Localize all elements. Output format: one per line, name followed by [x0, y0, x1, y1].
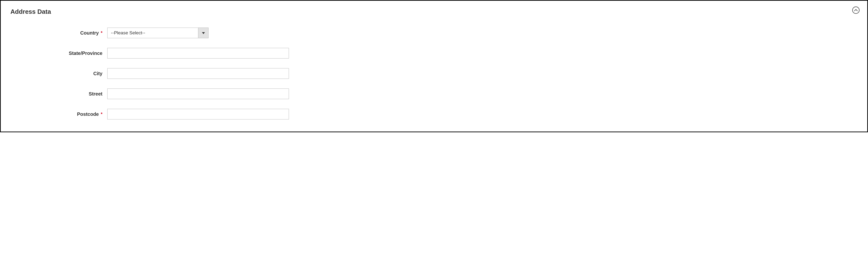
triangle-down-icon	[202, 31, 205, 35]
city-label: City	[93, 71, 102, 76]
collapse-toggle-button[interactable]	[852, 6, 860, 14]
postcode-row: Postcode *	[10, 109, 858, 119]
postcode-label: Postcode	[77, 111, 99, 117]
control-col	[107, 68, 289, 79]
label-col: State/Province	[10, 50, 107, 56]
form-body: Country * --Please Select--	[10, 28, 858, 119]
street-label: Street	[89, 91, 102, 97]
control-col	[107, 89, 289, 99]
control-col: --Please Select--	[107, 28, 209, 38]
label-col: City	[10, 71, 107, 76]
postcode-input[interactable]	[107, 109, 289, 119]
chevron-up-icon	[854, 8, 858, 12]
state-input[interactable]	[107, 48, 289, 59]
required-mark: *	[101, 31, 102, 36]
label-col: Country *	[10, 30, 107, 36]
panel-header: Address Data	[10, 8, 858, 15]
control-col	[107, 48, 289, 59]
address-data-panel: Address Data Country * --Please Select--	[0, 0, 868, 132]
state-label: State/Province	[69, 50, 102, 56]
control-col	[107, 109, 289, 119]
country-row: Country * --Please Select--	[10, 28, 858, 38]
panel-title: Address Data	[10, 8, 51, 15]
street-row: Street	[10, 89, 858, 99]
required-mark: *	[101, 112, 102, 117]
country-label: Country	[80, 30, 99, 36]
state-row: State/Province	[10, 48, 858, 59]
label-col: Postcode *	[10, 111, 107, 117]
label-col: Street	[10, 91, 107, 97]
city-input[interactable]	[107, 68, 289, 79]
country-dropdown-toggle[interactable]	[198, 28, 208, 38]
street-input[interactable]	[107, 89, 289, 99]
country-selected-value: --Please Select--	[107, 28, 198, 38]
country-select[interactable]: --Please Select--	[107, 28, 209, 38]
city-row: City	[10, 68, 858, 79]
